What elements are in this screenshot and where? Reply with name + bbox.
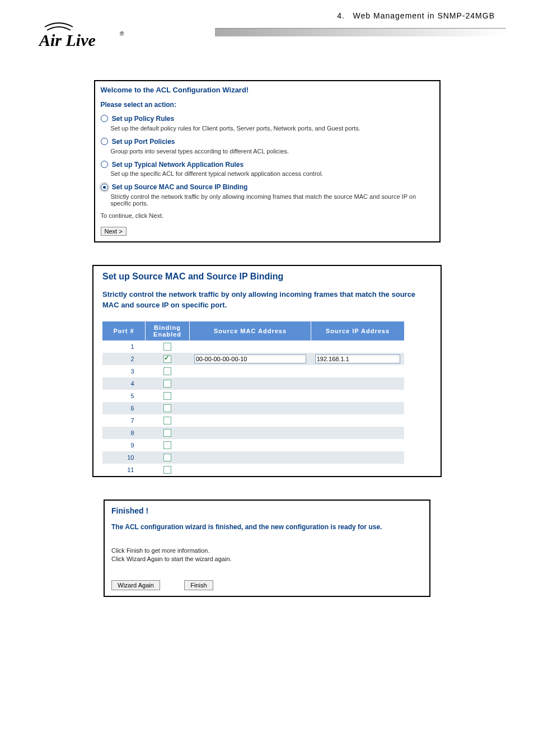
- port-cell: 9: [102, 439, 146, 451]
- ip-cell: [311, 340, 405, 353]
- finished-instructions: Click Finish to get more information. Cl…: [111, 547, 423, 564]
- wizard-option[interactable]: Set up Typical Network Application Rules: [101, 160, 434, 169]
- continue-text: To continue, click Next.: [101, 212, 434, 219]
- mac-cell: [190, 439, 311, 451]
- table-row: 7: [102, 414, 404, 427]
- radio-icon[interactable]: [101, 115, 108, 122]
- ip-cell: [311, 414, 405, 427]
- option-label: Set up Typical Network Application Rules: [112, 160, 243, 168]
- port-cell: 3: [102, 365, 146, 377]
- enabled-cell: [146, 402, 190, 414]
- binding-checkbox[interactable]: [163, 441, 171, 449]
- binding-checkbox[interactable]: [163, 380, 171, 388]
- port-cell: 4: [102, 377, 146, 390]
- binding-checkbox[interactable]: [163, 466, 171, 474]
- finish-button[interactable]: Finish: [184, 580, 213, 590]
- ip-cell: [311, 451, 405, 464]
- finished-title: Finished !: [111, 506, 423, 515]
- binding-checkbox[interactable]: [163, 417, 171, 424]
- ip-cell: [311, 427, 405, 439]
- port-cell: 7: [102, 414, 146, 427]
- table-row: 8: [102, 427, 404, 439]
- svg-text:Air Live: Air Live: [38, 31, 96, 49]
- mac-cell: [190, 427, 311, 439]
- mac-cell: [190, 340, 311, 353]
- table-row: 10: [102, 451, 404, 464]
- binding-table: Port # Binding Enabled Source MAC Addres…: [102, 321, 404, 476]
- enabled-cell: [146, 464, 190, 476]
- logo-graphic: Air Live ®: [28, 17, 129, 50]
- mac-cell: [190, 365, 311, 377]
- mac-input[interactable]: [194, 354, 307, 363]
- ip-cell: [311, 464, 405, 476]
- wizard-option[interactable]: Set up Port Policies: [101, 137, 434, 146]
- svg-text:®: ®: [120, 31, 124, 37]
- option-desc: Set up the specific ACL for different ty…: [111, 170, 434, 177]
- radio-icon[interactable]: [101, 184, 108, 191]
- port-cell: 11: [102, 464, 146, 476]
- binding-checkbox[interactable]: [163, 355, 171, 363]
- ip-cell: [311, 402, 405, 414]
- binding-checkbox[interactable]: [163, 429, 171, 437]
- binding-subtitle: Strictly control the network traffic by …: [102, 290, 434, 310]
- table-row: 5: [102, 390, 404, 402]
- ip-cell: [311, 377, 405, 390]
- binding-checkbox[interactable]: [163, 404, 171, 412]
- binding-checkbox[interactable]: [163, 367, 171, 375]
- table-row: 4: [102, 377, 404, 390]
- mac-cell: [190, 464, 311, 476]
- option-desc: Set up the default policy rules for Clie…: [111, 125, 434, 132]
- wizard-option[interactable]: Set up Policy Rules: [101, 114, 434, 123]
- option-label: Set up Policy Rules: [112, 115, 174, 123]
- col-ip: Source IP Address: [311, 321, 405, 340]
- binding-title: Set up Source MAC and Source IP Binding: [102, 272, 434, 282]
- mac-cell: [190, 390, 311, 402]
- mac-cell: [190, 451, 311, 464]
- ip-cell: [311, 353, 405, 365]
- enabled-cell: [146, 390, 190, 402]
- enabled-cell: [146, 377, 190, 390]
- acl-wizard-panel: Welcome to the ACL Configuration Wizard!…: [94, 80, 441, 242]
- enabled-cell: [146, 340, 190, 353]
- mac-cell: [190, 402, 311, 414]
- port-cell: 8: [102, 427, 146, 439]
- enabled-cell: [146, 365, 190, 377]
- col-mac: Source MAC Address: [190, 321, 311, 340]
- option-desc: Strictly control the network traffic by …: [111, 193, 434, 207]
- binding-checkbox[interactable]: [163, 343, 171, 351]
- wizard-again-button[interactable]: Wizard Again: [111, 580, 160, 590]
- binding-checkbox[interactable]: [163, 454, 171, 461]
- table-row: 6: [102, 402, 404, 414]
- port-cell: 6: [102, 402, 146, 414]
- radio-icon[interactable]: [101, 138, 108, 145]
- enabled-cell: [146, 439, 190, 451]
- table-row: 9: [102, 439, 404, 451]
- binding-checkbox[interactable]: [163, 392, 171, 400]
- header-right: 4. Web Management in SNMP-24MGB: [215, 11, 506, 36]
- col-port: Port #: [102, 321, 146, 340]
- brand-logo: Air Live ®: [28, 11, 129, 52]
- ip-cell: [311, 439, 405, 451]
- mac-cell: [190, 353, 311, 365]
- table-row: 2: [102, 353, 404, 365]
- mac-cell: [190, 377, 311, 390]
- enabled-cell: [146, 353, 190, 365]
- wizard-title: Welcome to the ACL Configuration Wizard!: [101, 86, 434, 94]
- ip-cell: [311, 390, 405, 402]
- col-enabled: Binding Enabled: [146, 321, 190, 340]
- enabled-cell: [146, 427, 190, 439]
- ip-input[interactable]: [315, 354, 400, 363]
- table-row: 1: [102, 340, 404, 353]
- option-desc: Group ports into several types according…: [111, 148, 434, 155]
- port-cell: 10: [102, 451, 146, 464]
- port-cell: 1: [102, 340, 146, 353]
- next-button[interactable]: Next >: [101, 227, 127, 236]
- port-cell: 5: [102, 390, 146, 402]
- option-label: Set up Port Policies: [112, 138, 175, 146]
- option-label: Set up Source MAC and Source IP Binding: [112, 183, 247, 191]
- radio-icon[interactable]: [101, 161, 108, 168]
- table-row: 3: [102, 365, 404, 377]
- enabled-cell: [146, 451, 190, 464]
- wizard-option[interactable]: Set up Source MAC and Source IP Binding: [101, 183, 434, 191]
- ip-cell: [311, 365, 405, 377]
